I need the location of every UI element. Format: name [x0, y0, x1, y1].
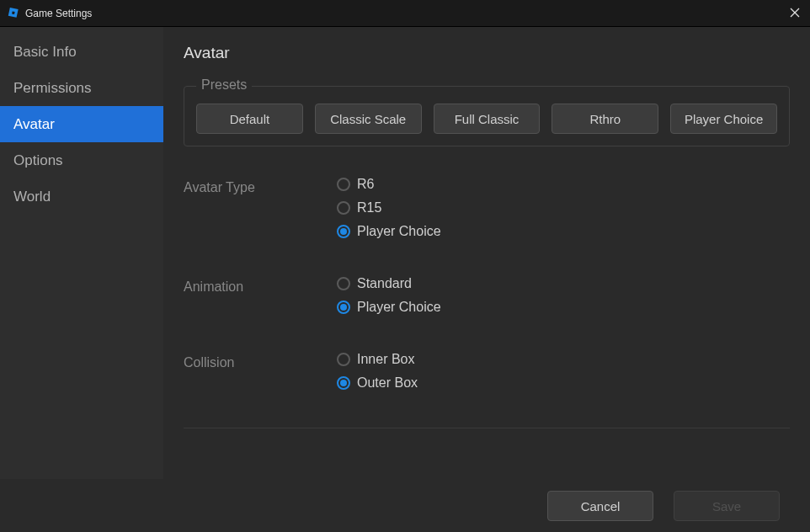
radio-label: Player Choice	[357, 300, 441, 315]
app-icon	[7, 7, 20, 20]
cancel-button[interactable]: Cancel	[547, 491, 653, 521]
sidebar-item-label: Options	[13, 152, 63, 169]
footer: Cancel Save	[0, 479, 810, 532]
radio-circle	[337, 178, 350, 191]
sidebar: Basic Info Permissions Avatar Options Wo…	[0, 27, 163, 479]
sidebar-item-avatar[interactable]: Avatar	[0, 106, 163, 142]
radio-circle	[337, 225, 350, 238]
sidebar-item-basic-info[interactable]: Basic Info	[0, 34, 163, 70]
avatar-type-row: Avatar Type R6 R15 Player Choice	[184, 177, 790, 239]
radio-label: Player Choice	[357, 224, 441, 239]
sidebar-item-label: World	[13, 189, 51, 205]
preset-classic-scale-button[interactable]: Classic Scale	[315, 104, 422, 134]
main-container: Basic Info Permissions Avatar Options Wo…	[0, 26, 810, 479]
radio-outer-box[interactable]: Outer Box	[337, 375, 418, 391]
radio-circle	[337, 201, 350, 215]
titlebar-left: Game Settings	[7, 7, 92, 20]
animation-label: Animation	[184, 276, 337, 315]
radio-circle	[337, 376, 350, 390]
sidebar-item-options[interactable]: Options	[0, 142, 163, 178]
preset-default-button[interactable]: Default	[196, 104, 303, 134]
page-title: Avatar	[184, 44, 790, 62]
presets-group: Presets Default Classic Scale Full Class…	[184, 86, 790, 146]
content-wrapper: Avatar Presets Default Classic Scale Ful…	[163, 27, 810, 479]
animation-row: Animation Standard Player Choice	[184, 276, 790, 315]
preset-player-choice-button[interactable]: Player Choice	[670, 104, 777, 134]
window-title: Game Settings	[25, 8, 92, 19]
collision-row: Collision Inner Box Outer Box	[184, 352, 790, 391]
presets-buttons: Default Classic Scale Full Classic Rthro…	[196, 104, 777, 134]
avatar-type-label: Avatar Type	[184, 177, 337, 239]
radio-label: Outer Box	[357, 375, 418, 391]
animation-group: Standard Player Choice	[337, 276, 441, 315]
presets-legend: Presets	[196, 77, 252, 93]
divider	[184, 428, 790, 428]
avatar-type-group: R6 R15 Player Choice	[337, 177, 441, 239]
svg-rect-1	[12, 11, 15, 14]
preset-full-classic-button[interactable]: Full Classic	[434, 104, 541, 134]
radio-inner-box[interactable]: Inner Box	[337, 352, 418, 367]
radio-r15[interactable]: R15	[337, 200, 441, 215]
radio-label: Standard	[357, 276, 412, 291]
radio-circle	[337, 277, 350, 290]
sidebar-item-label: Avatar	[13, 116, 55, 133]
close-button[interactable]	[786, 6, 803, 21]
radio-r6[interactable]: R6	[337, 177, 441, 192]
collision-group: Inner Box Outer Box	[337, 352, 418, 391]
radio-label: R6	[357, 177, 374, 192]
radio-label: Inner Box	[357, 352, 414, 367]
sidebar-item-label: Basic Info	[13, 44, 77, 61]
sidebar-item-permissions[interactable]: Permissions	[0, 70, 163, 106]
titlebar: Game Settings	[0, 0, 810, 26]
radio-standard[interactable]: Standard	[337, 276, 441, 291]
sidebar-item-world[interactable]: World	[0, 178, 163, 215]
content: Avatar Presets Default Classic Scale Ful…	[163, 27, 810, 479]
radio-circle	[337, 301, 350, 314]
sidebar-item-label: Permissions	[13, 80, 92, 97]
collision-label: Collision	[184, 352, 337, 391]
save-button: Save	[674, 491, 780, 521]
radio-circle	[337, 353, 350, 366]
preset-rthro-button[interactable]: Rthro	[552, 104, 658, 134]
radio-label: R15	[357, 200, 381, 215]
radio-animation-player-choice[interactable]: Player Choice	[337, 300, 441, 315]
radio-player-choice[interactable]: Player Choice	[337, 224, 441, 239]
